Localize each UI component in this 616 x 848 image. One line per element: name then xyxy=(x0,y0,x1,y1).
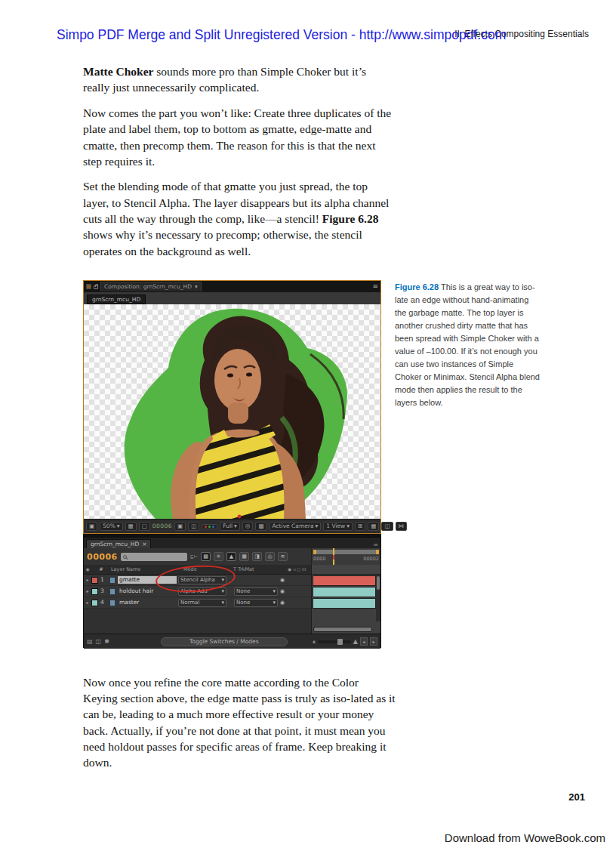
search-input[interactable] xyxy=(121,553,187,561)
layer-bar-holdout-hair[interactable] xyxy=(313,587,376,597)
expand-inout-icon[interactable]: ✱ xyxy=(104,639,109,645)
always-preview-icon[interactable]: ▣ xyxy=(86,522,97,531)
panel-menu-icon[interactable]: ≡ xyxy=(373,542,378,548)
live-update-icon[interactable]: ▩ xyxy=(201,552,211,561)
zoom-out-mountain-icon[interactable]: ▲ xyxy=(313,640,316,643)
panel-menu-icon[interactable]: ≡ xyxy=(372,283,378,290)
expand-transfer-controls-icon[interactable]: ◫ xyxy=(96,639,102,645)
show-channels-icon[interactable] xyxy=(202,524,217,529)
trkmat-dropdown[interactable]: None▾ xyxy=(234,587,278,596)
zoom-in-mountain-icon[interactable]: ▲ xyxy=(353,639,358,645)
layer-thumb-icon xyxy=(109,600,116,606)
hash-column: # xyxy=(91,567,111,572)
zoom-slider[interactable] xyxy=(318,640,351,643)
flowchart-button-icon[interactable]: ⋈ xyxy=(396,522,408,531)
expand-layer-switches-icon[interactable]: ▤ xyxy=(87,639,93,645)
time-ruler[interactable]: 0000 00002 xyxy=(311,548,380,565)
timeline-panel: grnScrn_mcu_HD × ≡ 00006 ⊑⊨ ▩ ✳ ▲ ▦ ◨ ◎ … xyxy=(83,537,381,648)
twirl-icon[interactable]: ▸ xyxy=(84,600,91,605)
layer-row-master[interactable]: ▸ 4 master Normal▾ None▾ ◉ xyxy=(84,597,311,609)
paragraph-2: Now comes the part you won’t like: Creat… xyxy=(83,105,394,170)
book-page: II: Effects Compositing Essentials Simpo… xyxy=(0,0,616,848)
show-snapshot-icon[interactable]: ◫ xyxy=(188,522,199,531)
timeline-track-area xyxy=(311,565,380,634)
chevron-down-icon: ▾ xyxy=(221,589,224,594)
label-color-chip[interactable] xyxy=(91,600,98,606)
graph-editor-icon[interactable]: ≋ xyxy=(278,552,288,561)
work-area-start-marker[interactable] xyxy=(313,550,316,554)
magnification-dropdown[interactable]: 50%▾ xyxy=(100,522,122,531)
timeline-toolbar: 00006 ⊑⊨ ▩ ✳ ▲ ▦ ◨ ◎ ≋ 0000 00002 xyxy=(84,548,380,565)
timeline-button-icon[interactable]: ◫ xyxy=(381,522,393,531)
camera-view-dropdown[interactable]: Active Camera▾ xyxy=(270,522,322,531)
bold-figure-ref: Figure 6.28 xyxy=(322,212,379,225)
motion-blur-icon[interactable]: ◨ xyxy=(252,552,262,561)
layer-name[interactable]: master xyxy=(118,599,177,606)
viewer-timecode[interactable]: 00006 xyxy=(152,523,172,529)
eye-icon[interactable]: ◉ xyxy=(278,589,287,594)
chevron-down-icon: ▾ xyxy=(346,523,350,529)
twirl-icon[interactable]: ▸ xyxy=(84,589,91,594)
layer-bar-master[interactable] xyxy=(313,598,376,609)
current-time-field[interactable]: 00006 xyxy=(87,553,118,561)
eye-icon[interactable]: ◉ xyxy=(278,600,287,606)
layer-thumb-icon xyxy=(109,588,116,595)
label-color-chip[interactable] xyxy=(91,577,98,584)
layer-bar-gmatte[interactable] xyxy=(313,575,376,586)
time-navigator-bar[interactable] xyxy=(313,627,372,632)
simpo-watermark-link[interactable]: Simpo PDF Merge and Split Unregistered V… xyxy=(57,27,506,43)
vertical-scrollbar[interactable] xyxy=(376,575,380,621)
composition-panel: Composition: grnScrn_mcu_HD ▾ ≡ grnScrn_… xyxy=(83,280,381,534)
draft-3d-icon[interactable]: ✳ xyxy=(214,552,223,561)
comp-viewer-tab[interactable]: grnScrn_mcu_HD xyxy=(87,294,146,304)
timeline-zoom-control: ▲ ▲ ◂ ▸ xyxy=(313,637,377,646)
chevron-down-icon: ▾ xyxy=(221,600,224,606)
current-time-indicator[interactable] xyxy=(333,548,334,565)
paragraph-3: Set the blending mode of that gmatte you… xyxy=(83,178,394,259)
timeline-tab[interactable]: grnScrn_mcu_HD × xyxy=(86,539,151,548)
figure-caption-label: Figure 6.28 xyxy=(395,282,439,291)
pixel-aspect-icon[interactable]: ⊞ xyxy=(355,522,365,531)
frame-blending-icon[interactable]: ▦ xyxy=(239,552,249,561)
scroll-right-arrow[interactable]: ▸ xyxy=(370,637,377,646)
ruler-label-end: 00002 xyxy=(363,557,379,562)
label-color-chip[interactable] xyxy=(91,588,98,595)
mini-flowchart-icon[interactable]: ⊑⊨ xyxy=(190,554,198,559)
work-area-end-marker[interactable] xyxy=(376,550,379,554)
grid-guides-icon[interactable]: ▦ xyxy=(125,522,137,531)
shy-layers-icon[interactable]: ▲ xyxy=(226,552,236,561)
layer-thumb-icon xyxy=(109,577,116,584)
work-area-bar[interactable] xyxy=(313,550,379,554)
paragraph-1: Matte Choker sounds more pro than Simple… xyxy=(83,63,394,96)
trkmat-dropdown[interactable]: None▾ xyxy=(234,599,278,607)
switches-header-icons: ◉ ◃ ○ ⊡ xyxy=(288,567,306,572)
snapshot-icon[interactable]: ▣ xyxy=(174,522,186,531)
composition-panel-titlebar: Composition: grnScrn_mcu_HD ▾ ≡ xyxy=(84,281,380,292)
region-of-interest-icon[interactable]: ▢ xyxy=(139,522,150,531)
chevron-down-icon: ▾ xyxy=(273,589,276,594)
trkmat-header[interactable]: T TrkMat xyxy=(233,567,286,572)
fast-preview-icon[interactable]: ▦ xyxy=(368,522,379,531)
figure-caption: Figure 6.28 This is a great way to iso-l… xyxy=(395,281,541,409)
resolution-dropdown[interactable]: Full▾ xyxy=(220,522,240,531)
target-region-icon[interactable]: ◎ xyxy=(242,522,254,531)
lock-icon xyxy=(94,285,98,289)
view-layout-dropdown[interactable]: 1 View▾ xyxy=(323,522,353,531)
toggle-switches-modes-button[interactable]: Toggle Switches / Modes xyxy=(161,637,288,646)
chevron-down-icon[interactable]: ▾ xyxy=(195,284,198,290)
brainstorm-icon[interactable]: ◎ xyxy=(265,552,275,561)
layer-list-empty-area xyxy=(84,609,311,634)
eye-icon[interactable]: ◉ xyxy=(278,578,287,583)
panel-grip-icon xyxy=(86,284,91,289)
twirl-icon[interactable]: ▸ xyxy=(84,578,91,582)
viewer-toolbar: ▣ 50%▾ ▦ ▢ 00006 ▣ ◫ Full▾ ◎ ▩ Active Ca… xyxy=(84,519,380,533)
blend-mode-dropdown[interactable]: Normal▾ xyxy=(178,599,226,607)
viewer-tab-row: grnScrn_mcu_HD xyxy=(84,292,380,304)
page-number: 201 xyxy=(568,791,585,803)
composition-viewer xyxy=(84,304,380,519)
composition-panel-tab[interactable]: Composition: grnScrn_mcu_HD ▾ xyxy=(100,282,202,291)
scroll-left-arrow[interactable]: ◂ xyxy=(360,637,368,646)
transparency-grid-icon[interactable]: ▩ xyxy=(255,522,266,531)
close-icon[interactable]: × xyxy=(142,541,146,547)
paragraph-4: Now once you refine the core matte accor… xyxy=(83,674,396,771)
